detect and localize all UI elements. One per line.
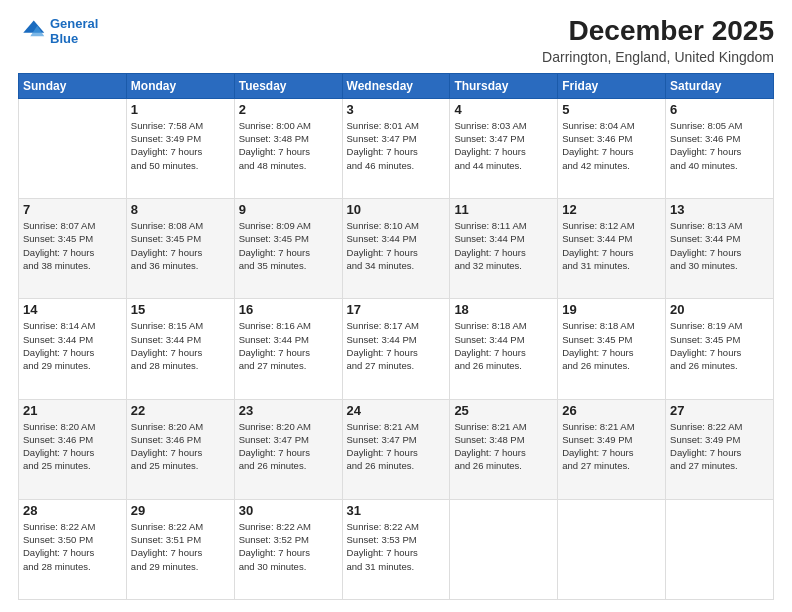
calendar-cell: 23Sunrise: 8:20 AM Sunset: 3:47 PM Dayli… [234,399,342,499]
day-detail: Sunrise: 8:11 AM Sunset: 3:44 PM Dayligh… [454,219,553,272]
calendar-cell: 21Sunrise: 8:20 AM Sunset: 3:46 PM Dayli… [19,399,127,499]
day-number: 12 [562,202,661,217]
day-number: 23 [239,403,338,418]
day-detail: Sunrise: 8:00 AM Sunset: 3:48 PM Dayligh… [239,119,338,172]
day-number: 30 [239,503,338,518]
day-number: 7 [23,202,122,217]
calendar-cell: 29Sunrise: 8:22 AM Sunset: 3:51 PM Dayli… [126,499,234,599]
day-number: 1 [131,102,230,117]
calendar-cell: 10Sunrise: 8:10 AM Sunset: 3:44 PM Dayli… [342,199,450,299]
day-detail: Sunrise: 8:20 AM Sunset: 3:46 PM Dayligh… [23,420,122,473]
calendar-cell: 7Sunrise: 8:07 AM Sunset: 3:45 PM Daylig… [19,199,127,299]
day-detail: Sunrise: 8:20 AM Sunset: 3:47 PM Dayligh… [239,420,338,473]
day-number: 14 [23,302,122,317]
calendar-cell: 26Sunrise: 8:21 AM Sunset: 3:49 PM Dayli… [558,399,666,499]
calendar-cell: 18Sunrise: 8:18 AM Sunset: 3:44 PM Dayli… [450,299,558,399]
day-number: 6 [670,102,769,117]
calendar-week-row: 28Sunrise: 8:22 AM Sunset: 3:50 PM Dayli… [19,499,774,599]
calendar-cell: 28Sunrise: 8:22 AM Sunset: 3:50 PM Dayli… [19,499,127,599]
calendar-day-header: Thursday [450,73,558,98]
subtitle: Darrington, England, United Kingdom [542,49,774,65]
day-number: 27 [670,403,769,418]
calendar-day-header: Friday [558,73,666,98]
day-number: 19 [562,302,661,317]
calendar-week-row: 1Sunrise: 7:58 AM Sunset: 3:49 PM Daylig… [19,98,774,198]
day-detail: Sunrise: 8:19 AM Sunset: 3:45 PM Dayligh… [670,319,769,372]
day-number: 8 [131,202,230,217]
calendar-table: SundayMondayTuesdayWednesdayThursdayFrid… [18,73,774,600]
title-block: December 2025 Darrington, England, Unite… [542,16,774,65]
logo-icon [18,17,46,45]
day-number: 16 [239,302,338,317]
calendar-week-row: 14Sunrise: 8:14 AM Sunset: 3:44 PM Dayli… [19,299,774,399]
calendar-cell: 17Sunrise: 8:17 AM Sunset: 3:44 PM Dayli… [342,299,450,399]
page: General Blue December 2025 Darrington, E… [0,0,792,612]
calendar-week-row: 7Sunrise: 8:07 AM Sunset: 3:45 PM Daylig… [19,199,774,299]
calendar-cell: 19Sunrise: 8:18 AM Sunset: 3:45 PM Dayli… [558,299,666,399]
calendar-cell: 2Sunrise: 8:00 AM Sunset: 3:48 PM Daylig… [234,98,342,198]
calendar-cell: 3Sunrise: 8:01 AM Sunset: 3:47 PM Daylig… [342,98,450,198]
day-number: 9 [239,202,338,217]
day-detail: Sunrise: 8:18 AM Sunset: 3:44 PM Dayligh… [454,319,553,372]
day-number: 11 [454,202,553,217]
calendar-cell: 8Sunrise: 8:08 AM Sunset: 3:45 PM Daylig… [126,199,234,299]
day-detail: Sunrise: 8:22 AM Sunset: 3:51 PM Dayligh… [131,520,230,573]
calendar-cell [558,499,666,599]
calendar-header-row: SundayMondayTuesdayWednesdayThursdayFrid… [19,73,774,98]
calendar-cell: 24Sunrise: 8:21 AM Sunset: 3:47 PM Dayli… [342,399,450,499]
svg-marker-0 [23,21,44,33]
calendar-cell: 20Sunrise: 8:19 AM Sunset: 3:45 PM Dayli… [666,299,774,399]
calendar-day-header: Wednesday [342,73,450,98]
calendar-cell [450,499,558,599]
day-number: 5 [562,102,661,117]
day-number: 21 [23,403,122,418]
day-detail: Sunrise: 8:09 AM Sunset: 3:45 PM Dayligh… [239,219,338,272]
day-number: 22 [131,403,230,418]
day-detail: Sunrise: 8:20 AM Sunset: 3:46 PM Dayligh… [131,420,230,473]
calendar-cell: 1Sunrise: 7:58 AM Sunset: 3:49 PM Daylig… [126,98,234,198]
calendar-day-header: Saturday [666,73,774,98]
day-detail: Sunrise: 8:08 AM Sunset: 3:45 PM Dayligh… [131,219,230,272]
day-detail: Sunrise: 8:15 AM Sunset: 3:44 PM Dayligh… [131,319,230,372]
calendar-cell: 16Sunrise: 8:16 AM Sunset: 3:44 PM Dayli… [234,299,342,399]
day-detail: Sunrise: 8:22 AM Sunset: 3:52 PM Dayligh… [239,520,338,573]
day-detail: Sunrise: 8:22 AM Sunset: 3:49 PM Dayligh… [670,420,769,473]
day-number: 17 [347,302,446,317]
calendar-cell [666,499,774,599]
day-detail: Sunrise: 8:16 AM Sunset: 3:44 PM Dayligh… [239,319,338,372]
day-detail: Sunrise: 8:07 AM Sunset: 3:45 PM Dayligh… [23,219,122,272]
main-title: December 2025 [542,16,774,47]
calendar-day-header: Tuesday [234,73,342,98]
day-detail: Sunrise: 8:01 AM Sunset: 3:47 PM Dayligh… [347,119,446,172]
calendar-cell [19,98,127,198]
day-detail: Sunrise: 8:21 AM Sunset: 3:48 PM Dayligh… [454,420,553,473]
day-detail: Sunrise: 8:21 AM Sunset: 3:47 PM Dayligh… [347,420,446,473]
calendar-cell: 6Sunrise: 8:05 AM Sunset: 3:46 PM Daylig… [666,98,774,198]
day-detail: Sunrise: 8:17 AM Sunset: 3:44 PM Dayligh… [347,319,446,372]
calendar-cell: 31Sunrise: 8:22 AM Sunset: 3:53 PM Dayli… [342,499,450,599]
calendar-cell: 13Sunrise: 8:13 AM Sunset: 3:44 PM Dayli… [666,199,774,299]
day-detail: Sunrise: 8:14 AM Sunset: 3:44 PM Dayligh… [23,319,122,372]
day-detail: Sunrise: 8:21 AM Sunset: 3:49 PM Dayligh… [562,420,661,473]
day-number: 25 [454,403,553,418]
day-number: 24 [347,403,446,418]
day-detail: Sunrise: 8:22 AM Sunset: 3:53 PM Dayligh… [347,520,446,573]
calendar-cell: 25Sunrise: 8:21 AM Sunset: 3:48 PM Dayli… [450,399,558,499]
calendar-cell: 4Sunrise: 8:03 AM Sunset: 3:47 PM Daylig… [450,98,558,198]
day-number: 29 [131,503,230,518]
calendar-day-header: Sunday [19,73,127,98]
day-number: 10 [347,202,446,217]
calendar-cell: 22Sunrise: 8:20 AM Sunset: 3:46 PM Dayli… [126,399,234,499]
day-number: 18 [454,302,553,317]
day-number: 31 [347,503,446,518]
day-detail: Sunrise: 8:03 AM Sunset: 3:47 PM Dayligh… [454,119,553,172]
day-number: 3 [347,102,446,117]
day-number: 2 [239,102,338,117]
day-detail: Sunrise: 8:18 AM Sunset: 3:45 PM Dayligh… [562,319,661,372]
logo: General Blue [18,16,98,46]
day-number: 28 [23,503,122,518]
calendar-cell: 30Sunrise: 8:22 AM Sunset: 3:52 PM Dayli… [234,499,342,599]
calendar-cell: 11Sunrise: 8:11 AM Sunset: 3:44 PM Dayli… [450,199,558,299]
day-detail: Sunrise: 8:04 AM Sunset: 3:46 PM Dayligh… [562,119,661,172]
calendar-day-header: Monday [126,73,234,98]
